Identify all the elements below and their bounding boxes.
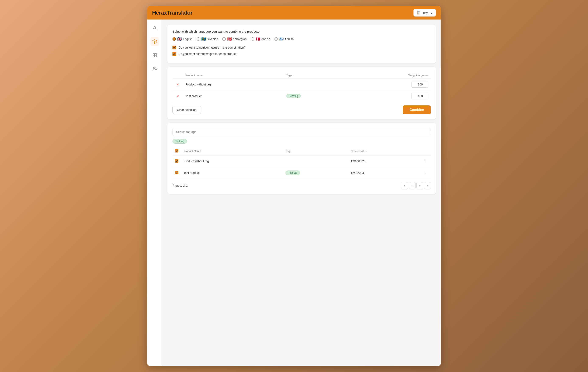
weight-input-1[interactable]: [411, 81, 428, 88]
row1-more-button[interactable]: ⋮: [422, 158, 428, 164]
svg-point-0: [154, 27, 155, 28]
chevron-down-icon: ⌄: [430, 11, 433, 15]
lang-danish-label: danish: [262, 37, 270, 41]
sidebar: [147, 20, 162, 366]
weight-label: Do you want diffrent weight for each pro…: [178, 52, 238, 56]
product-list-table: Product Name Tags Created At ↑↓: [172, 147, 431, 179]
lang-swedish-label: swedish: [207, 37, 218, 41]
pagination: Page 1 of 1 « ‹ › »: [172, 182, 431, 189]
svg-rect-2: [155, 53, 156, 55]
col-weight: Weight in grams: [348, 72, 431, 79]
lang-swedish[interactable]: 🇸🇪 swedish: [197, 37, 218, 41]
selected-products-card: Product name Tags Weight in grams ✕ Prod…: [167, 67, 436, 119]
lang-norwegian[interactable]: 🇳🇴 norwegian: [222, 37, 247, 41]
prev-page-button[interactable]: ‹: [409, 182, 416, 189]
product-list-card: Test tag Product Name Tags Created At ↑↓: [167, 123, 436, 194]
language-options: 🇬🇧 english 🇸🇪 swedish 🇳🇴 norwegian: [172, 37, 431, 41]
list-tag-badge: Test tag: [285, 171, 300, 175]
col-tags: Tags: [284, 72, 348, 79]
weight-row: Do you want diffrent weight for each pro…: [172, 52, 431, 56]
svg-point-6: [155, 68, 156, 69]
list-product-name-2: Test product: [181, 167, 283, 179]
workspace-label: Test: [422, 11, 428, 15]
weight-checkbox[interactable]: [172, 52, 176, 56]
logo: HeraxTranslator: [152, 10, 193, 16]
sidebar-item-translate[interactable]: [150, 37, 159, 46]
svg-rect-1: [153, 53, 154, 55]
list-col-product-name: Product Name: [181, 147, 283, 155]
table-actions: Clear selection Combine: [172, 105, 431, 114]
list-date-1: 12/10/2024: [348, 155, 419, 167]
list-date-2: 12/9/2024: [348, 167, 419, 179]
lang-finnish[interactable]: 🇫🇮 finnish: [274, 37, 294, 41]
language-card: Select with which language you want to c…: [167, 25, 436, 63]
language-label: Select with which language you want to c…: [172, 30, 431, 33]
col-product-name: Product name: [183, 72, 284, 79]
nutrition-checkbox[interactable]: [172, 46, 176, 49]
lang-norwegian-radio[interactable]: [222, 37, 226, 41]
workspace-icon: 📋: [417, 11, 421, 15]
select-all-checkbox[interactable]: [175, 149, 178, 153]
sidebar-item-combine[interactable]: [150, 51, 159, 59]
row1-checkbox[interactable]: [175, 159, 178, 163]
weight-input-2[interactable]: [411, 93, 428, 99]
tags-2: Test tag: [284, 90, 348, 102]
remove-row1-button[interactable]: ✕: [175, 82, 180, 87]
sort-icon[interactable]: ↑↓: [365, 150, 367, 153]
row2-more-button[interactable]: ⋮: [422, 170, 428, 176]
tags-1: [284, 79, 348, 90]
lang-danish-radio[interactable]: [251, 37, 254, 41]
next-page-button[interactable]: ›: [416, 182, 423, 189]
workspace-button[interactable]: 📋 Test ⌄: [413, 9, 436, 17]
nutrition-label: Do you want to nutrition values in the c…: [178, 46, 246, 49]
sidebar-item-user[interactable]: [150, 24, 159, 32]
combine-button[interactable]: Combine: [403, 105, 431, 114]
lang-swedish-radio[interactable]: [197, 37, 200, 41]
flag-fi: 🇫🇮: [279, 37, 284, 41]
logo-normal: Translator: [167, 10, 193, 16]
lang-norwegian-label: norwegian: [233, 37, 247, 41]
lang-finnish-label: finnish: [285, 37, 294, 41]
last-page-button[interactable]: »: [424, 182, 431, 189]
svg-rect-3: [153, 55, 154, 57]
list-row: Product without tag 12/10/2024 ⋮: [172, 155, 431, 167]
list-col-tags: Tags: [283, 147, 348, 155]
list-row: Test product Test tag 12/9/2024 ⋮: [172, 167, 431, 179]
logo-bold: Herax: [152, 10, 167, 16]
list-tags-2: Test tag: [283, 167, 348, 179]
svg-rect-4: [155, 55, 156, 57]
list-product-name-1: Product without tag: [181, 155, 283, 167]
list-col-created-at: Created At ↑↓: [348, 147, 419, 155]
page-controls: « ‹ › »: [401, 182, 431, 189]
table-row: ✕ Product without tag: [172, 79, 431, 90]
clear-selection-button[interactable]: Clear selection: [172, 106, 201, 114]
lang-english[interactable]: 🇬🇧 english: [172, 37, 192, 41]
row2-checkbox[interactable]: [175, 171, 178, 174]
nutrition-row: Do you want to nutrition values in the c…: [172, 46, 431, 49]
remove-row2-button[interactable]: ✕: [175, 94, 180, 99]
selected-products-table: Product name Tags Weight in grams ✕ Prod…: [172, 72, 431, 102]
sidebar-item-team[interactable]: [150, 64, 159, 73]
svg-point-5: [153, 67, 155, 69]
page-info: Page 1 of 1: [172, 184, 188, 187]
lang-finnish-radio[interactable]: [274, 37, 278, 41]
product-name-1: Product without tag: [183, 79, 284, 90]
main-layout: Select with which language you want to c…: [147, 20, 441, 366]
lang-english-radio[interactable]: [172, 37, 176, 41]
list-tags-1: [283, 155, 348, 167]
header: HeraxTranslator 📋 Test ⌄: [147, 6, 441, 20]
main-content: Select with which language you want to c…: [162, 20, 441, 366]
product-name-2: Test product: [183, 90, 284, 102]
table-row: ✕ Test product Test tag: [172, 90, 431, 102]
tag-badge: Test tag: [286, 94, 301, 98]
app-container: HeraxTranslator 📋 Test ⌄: [147, 6, 441, 366]
active-tag-filter[interactable]: Test tag: [172, 139, 187, 144]
search-input[interactable]: [172, 128, 431, 136]
tag-filter-area: Test tag: [172, 139, 431, 144]
flag-uk: 🇬🇧: [177, 37, 182, 41]
flag-se: 🇸🇪: [201, 37, 206, 41]
lang-danish[interactable]: 🇩🇰 danish: [251, 37, 270, 41]
flag-dk: 🇩🇰: [256, 37, 260, 41]
first-page-button[interactable]: «: [401, 182, 408, 189]
flag-no: 🇳🇴: [227, 37, 232, 41]
